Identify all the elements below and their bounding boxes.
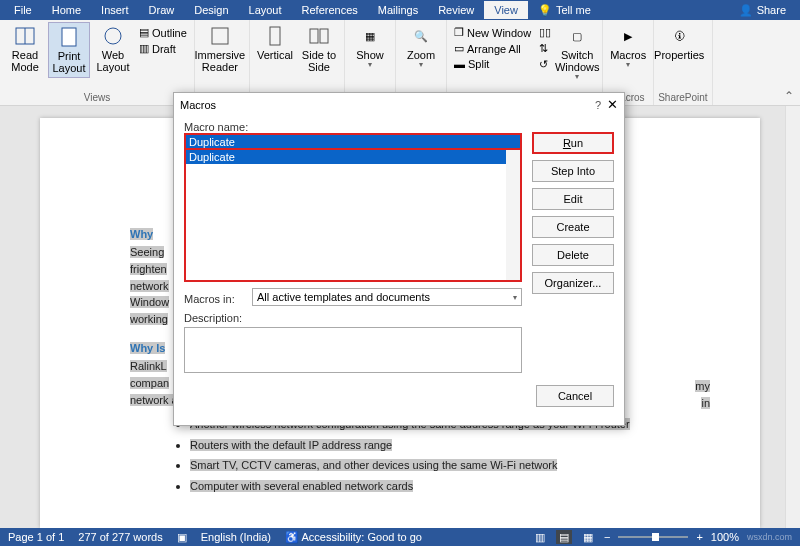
switch-windows-icon: ▢: [566, 25, 588, 47]
view-side-button[interactable]: ▯▯: [536, 25, 554, 40]
edit-button[interactable]: Edit: [532, 188, 614, 210]
switch-windows-button[interactable]: ▢Switch Windows▾: [556, 22, 598, 85]
chevron-down-icon: ▾: [575, 73, 579, 82]
web-layout-button[interactable]: Web Layout: [92, 22, 134, 76]
read-mode-button[interactable]: Read Mode: [4, 22, 46, 76]
lightbulb-icon: 💡: [538, 4, 552, 17]
share-icon: 👤: [739, 4, 753, 17]
draft-button[interactable]: ▥Draft: [136, 41, 190, 56]
collapse-ribbon-button[interactable]: ⌃: [784, 89, 794, 103]
reset-window-button[interactable]: ↺: [536, 57, 554, 72]
tab-file[interactable]: File: [4, 1, 42, 19]
accessibility[interactable]: ♿ Accessibility: Good to go: [285, 531, 422, 544]
group-label: SharePoint: [658, 90, 707, 105]
macro-list-item[interactable]: Duplicate: [186, 150, 520, 164]
description-box[interactable]: [184, 327, 522, 373]
new-window-button[interactable]: ❐New Window: [451, 25, 534, 40]
word-count[interactable]: 277 of 277 words: [78, 531, 162, 543]
print-layout-button[interactable]: Print Layout: [48, 22, 90, 78]
share-button[interactable]: 👤Share: [729, 4, 796, 17]
bullet-list: Another wireless network configuration u…: [190, 414, 670, 496]
zoom-out-button[interactable]: −: [604, 531, 610, 543]
show-button[interactable]: ▦Show▾: [349, 22, 391, 73]
tab-references[interactable]: References: [292, 1, 368, 19]
tab-review[interactable]: Review: [428, 1, 484, 19]
print-layout-icon: [58, 26, 80, 48]
tab-home[interactable]: Home: [42, 1, 91, 19]
help-button[interactable]: ?: [595, 99, 601, 111]
zoom-slider[interactable]: [618, 536, 688, 538]
zoom-button[interactable]: 🔍Zoom▾: [400, 22, 442, 73]
body-text: frighten: [130, 263, 167, 275]
svg-rect-6: [310, 29, 318, 43]
chevron-down-icon: ▾: [368, 61, 372, 70]
sync-scroll-button[interactable]: ⇅: [536, 41, 554, 56]
immersive-reader-button[interactable]: Immersive Reader: [199, 22, 241, 76]
vertical-scrollbar[interactable]: [785, 106, 800, 528]
macro-list[interactable]: Duplicate: [184, 150, 522, 282]
split-icon: ▬: [454, 58, 465, 70]
language[interactable]: English (India): [201, 531, 271, 543]
group-label: Views: [4, 90, 190, 105]
dialog-title: Macros: [180, 99, 216, 111]
tell-me[interactable]: 💡Tell me: [528, 4, 601, 17]
delete-button[interactable]: Delete: [532, 244, 614, 266]
zoom-level[interactable]: 100%: [711, 531, 739, 543]
ribbon-tab-bar: File Home Insert Draw Design Layout Refe…: [0, 0, 800, 20]
tab-draw[interactable]: Draw: [139, 1, 185, 19]
arrange-all-button[interactable]: ▭Arrange All: [451, 41, 534, 56]
macros-button[interactable]: ▶Macros▾: [607, 22, 649, 73]
list-scrollbar[interactable]: [506, 150, 520, 280]
run-button[interactable]: Run: [532, 132, 614, 154]
proofing-icon[interactable]: ▣: [177, 531, 187, 544]
properties-button[interactable]: 🛈Properties: [658, 22, 700, 64]
svg-rect-4: [212, 28, 228, 44]
description-label: Description:: [184, 312, 522, 324]
read-mode-view-button[interactable]: ▥: [532, 530, 548, 544]
print-layout-view-button[interactable]: ▤: [556, 530, 572, 544]
page-count[interactable]: Page 1 of 1: [8, 531, 64, 543]
close-button[interactable]: ✕: [607, 97, 618, 112]
body-text: RalinkL: [130, 360, 167, 372]
step-into-button[interactable]: Step Into: [532, 160, 614, 182]
zoom-in-button[interactable]: +: [696, 531, 702, 543]
zoom-icon: 🔍: [410, 25, 432, 47]
dialog-titlebar: Macros ? ✕: [174, 93, 624, 116]
tab-design[interactable]: Design: [184, 1, 238, 19]
outline-icon: ▤: [139, 26, 149, 39]
tab-mailings[interactable]: Mailings: [368, 1, 428, 19]
vertical-button[interactable]: Vertical: [254, 22, 296, 64]
body-text: Window: [130, 296, 169, 308]
tab-layout[interactable]: Layout: [239, 1, 292, 19]
tab-view[interactable]: View: [484, 1, 528, 19]
svg-rect-5: [270, 27, 280, 45]
list-item: Smart TV, CCTV cameras, and other device…: [190, 455, 670, 475]
cancel-button[interactable]: Cancel: [536, 385, 614, 407]
body-text: compan: [130, 377, 169, 389]
tab-insert[interactable]: Insert: [91, 1, 139, 19]
macros-in-select[interactable]: All active templates and documents▾: [252, 288, 522, 306]
list-item: Computer with several enabled network ca…: [190, 476, 670, 496]
body-text: in: [701, 397, 710, 409]
web-layout-icon: [102, 25, 124, 47]
chevron-down-icon: ▾: [626, 61, 630, 70]
macro-name-input[interactable]: Duplicate: [184, 133, 522, 150]
create-button[interactable]: Create: [532, 216, 614, 238]
split-button[interactable]: ▬Split: [451, 57, 534, 71]
body-text: working: [130, 313, 168, 325]
group-views: Read Mode Print Layout Web Layout ▤Outli…: [0, 20, 195, 105]
side-to-side-button[interactable]: Side to Side: [298, 22, 340, 76]
read-mode-icon: [14, 25, 36, 47]
outline-button[interactable]: ▤Outline: [136, 25, 190, 40]
web-layout-view-button[interactable]: ▦: [580, 530, 596, 544]
side-by-side-icon: ▯▯: [539, 26, 551, 39]
arrange-icon: ▭: [454, 42, 464, 55]
organizer-button[interactable]: Organizer...: [532, 272, 614, 294]
body-text: network: [130, 280, 169, 292]
watermark: wsxdn.com: [747, 532, 792, 542]
macros-in-label: Macros in:: [184, 293, 246, 305]
side-icon: [308, 25, 330, 47]
chevron-down-icon: ▾: [419, 61, 423, 70]
group-sharepoint: 🛈Properties SharePoint: [654, 20, 712, 105]
reset-icon: ↺: [539, 58, 548, 71]
